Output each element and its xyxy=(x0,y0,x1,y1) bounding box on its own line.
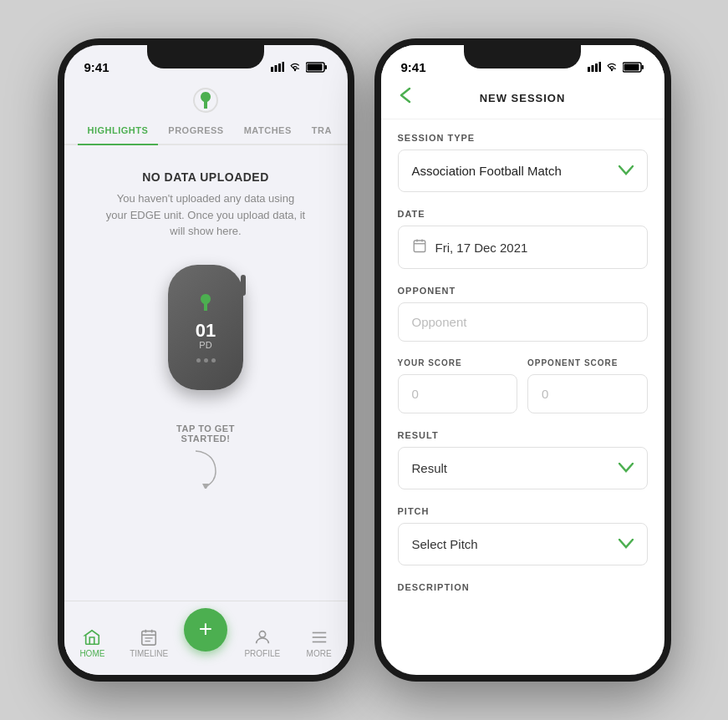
date-value: Fri, 17 Dec 2021 xyxy=(435,241,528,255)
new-session-screen: 9:41 xyxy=(381,45,664,675)
bottom-nav: HOME TIMELINE + xyxy=(64,601,348,675)
nav-fab[interactable]: + xyxy=(177,608,234,658)
nav-tabs: HIGHLIGHTS PROGRESS MATCHES TRA xyxy=(64,117,348,145)
result-section: RESULT Result xyxy=(398,430,648,489)
pitch-chevron xyxy=(619,535,634,553)
home-icon xyxy=(83,628,101,646)
tap-hint: TAP TO GETSTARTED! xyxy=(176,423,235,444)
svg-rect-26 xyxy=(641,65,644,69)
svg-rect-2 xyxy=(278,63,281,72)
pitch-placeholder: Select Pitch xyxy=(412,537,478,551)
battery-icon-2 xyxy=(623,62,644,73)
wifi-icon xyxy=(288,62,302,72)
status-icons-1 xyxy=(271,62,328,73)
phone-1: 9:41 xyxy=(58,38,354,682)
your-score-value: 0 xyxy=(412,387,419,401)
status-time-2: 9:41 xyxy=(401,60,426,74)
main-content: NO DATA UPLOADED You haven't uploaded an… xyxy=(64,145,348,601)
chevron-down-icon xyxy=(619,165,634,175)
device-dots xyxy=(196,358,216,363)
session-header: NEW SESSION xyxy=(381,80,664,119)
tab-progress[interactable]: PROGRESS xyxy=(158,117,233,144)
svg-rect-3 xyxy=(282,62,284,72)
more-icon xyxy=(310,628,328,646)
chevron-down-icon-result xyxy=(619,463,634,473)
signal-icon-2 xyxy=(588,62,601,72)
chevron-down-icon-pitch xyxy=(619,539,634,549)
opponent-score-value: 0 xyxy=(542,387,548,401)
svg-rect-28 xyxy=(414,241,425,252)
status-icons-2 xyxy=(588,62,644,73)
phone-2: 9:41 xyxy=(374,38,671,682)
status-bar-2: 9:41 xyxy=(381,45,664,80)
device-logo-icon xyxy=(194,292,217,315)
calendar-icon xyxy=(412,238,427,256)
your-score-input[interactable]: 0 xyxy=(398,374,518,413)
your-score-label: YOUR SCORE xyxy=(398,358,518,368)
svg-rect-1 xyxy=(274,65,277,72)
tab-matches[interactable]: MATCHES xyxy=(234,117,302,144)
signal-icon xyxy=(271,62,284,72)
date-label: DATE xyxy=(398,209,648,219)
tab-tra[interactable]: TRA xyxy=(302,117,342,144)
device-body: 01 PD xyxy=(168,265,243,390)
pitch-select[interactable]: Select Pitch xyxy=(398,523,648,565)
status-bar-1: 9:41 xyxy=(64,45,348,80)
date-input[interactable]: Fri, 17 Dec 2021 xyxy=(398,226,648,269)
calendar-icon-svg xyxy=(412,238,427,253)
your-score-col: YOUR SCORE 0 xyxy=(398,358,518,413)
result-chevron xyxy=(619,459,634,477)
svg-rect-7 xyxy=(307,63,322,70)
nav-timeline[interactable]: TIMELINE xyxy=(120,628,177,658)
tab-highlights[interactable]: HIGHLIGHTS xyxy=(78,117,159,144)
svg-rect-0 xyxy=(271,67,273,72)
pitch-label: PITCH xyxy=(398,506,648,516)
session-header-title: NEW SESSION xyxy=(480,92,566,104)
svg-point-24 xyxy=(610,69,612,71)
svg-rect-6 xyxy=(324,65,327,69)
opponent-label: OPPONENT xyxy=(398,286,648,296)
opponent-score-col: OPPONENT SCORE 0 xyxy=(527,358,648,413)
session-type-value: Association Football Match xyxy=(412,164,562,178)
score-row: YOUR SCORE 0 OPPONENT SCORE 0 xyxy=(398,358,648,413)
pitch-section: PITCH Select Pitch xyxy=(398,506,648,565)
back-button[interactable] xyxy=(398,87,416,109)
opponent-score-label: OPPONENT SCORE xyxy=(527,358,648,368)
result-select[interactable]: Result xyxy=(398,447,648,489)
svg-point-4 xyxy=(293,69,295,71)
date-section: DATE Fri, 17 Dec 2021 xyxy=(398,209,648,269)
opponent-input[interactable]: Opponent xyxy=(398,302,648,342)
result-label: RESULT xyxy=(398,430,648,440)
device-number: 01 xyxy=(196,322,216,340)
result-placeholder: Result xyxy=(412,461,448,475)
description-section: DESCRIPTION xyxy=(398,582,648,592)
fab-add-button[interactable]: + xyxy=(184,608,227,652)
device-label: PD xyxy=(199,340,211,350)
nav-more[interactable]: MORE xyxy=(291,628,348,658)
highlights-screen: 9:41 xyxy=(64,45,348,675)
session-type-chevron xyxy=(619,162,634,180)
nav-home[interactable]: HOME xyxy=(64,628,121,658)
no-data-title: NO DATA UPLOADED xyxy=(142,170,269,184)
session-form: SESSION TYPE Association Football Match … xyxy=(381,119,664,675)
svg-rect-23 xyxy=(598,62,601,72)
arrow-down xyxy=(189,447,222,492)
app-logo xyxy=(192,87,219,114)
back-arrow-icon xyxy=(398,87,416,104)
session-type-select[interactable]: Association Football Match xyxy=(398,150,648,192)
battery-icon xyxy=(306,62,328,73)
session-type-section: SESSION TYPE Association Football Match xyxy=(398,133,648,192)
description-label: DESCRIPTION xyxy=(398,582,648,592)
svg-rect-20 xyxy=(588,67,590,72)
nav-profile[interactable]: PROFILE xyxy=(234,628,291,658)
session-type-label: SESSION TYPE xyxy=(398,133,648,143)
opponent-placeholder: Opponent xyxy=(412,315,467,329)
no-data-desc: You haven't uploaded any data using your… xyxy=(105,190,306,240)
opponent-score-input[interactable]: 0 xyxy=(527,374,648,413)
timeline-icon xyxy=(140,628,158,646)
opponent-section: OPPONENT Opponent xyxy=(398,286,648,342)
app-logo-area xyxy=(64,80,348,117)
wifi-icon-2 xyxy=(605,62,619,72)
svg-rect-21 xyxy=(591,65,593,72)
svg-rect-27 xyxy=(624,63,639,70)
